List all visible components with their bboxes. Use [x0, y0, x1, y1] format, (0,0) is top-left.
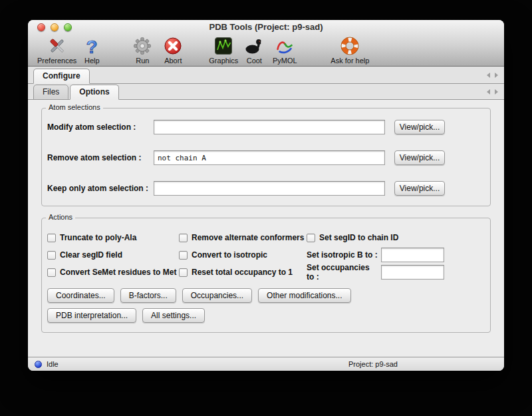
view-pick-remove-button[interactable]: View/pick...	[394, 150, 445, 165]
tab-label: Options	[79, 87, 109, 97]
field-label: Set occupancies to :	[307, 263, 378, 282]
toolbar-label: Help	[84, 57, 100, 65]
toolbar-button-pymol[interactable]: PyMOL	[269, 36, 300, 65]
toolbar: Preferences ? Help	[28, 35, 504, 67]
tab-scroll-left-icon[interactable]	[487, 73, 490, 78]
keep-only-atom-selection-row: Keep only atom selection : View/pick...	[47, 180, 485, 196]
all-settings-button[interactable]: All settings...	[142, 308, 205, 323]
remove-atom-selection-input[interactable]	[154, 150, 385, 165]
toolbar-button-preferences[interactable]: Preferences	[37, 36, 76, 65]
modify-atom-selection-input[interactable]	[154, 120, 385, 134]
tab-label: Configure	[43, 71, 80, 81]
tab-files[interactable]: Files	[33, 85, 68, 100]
checkbox-label: Reset total occupancy to 1	[192, 268, 293, 277]
status-indicator-icon	[35, 361, 42, 368]
group-title: Actions	[46, 213, 75, 221]
field-label: Remove atom selection :	[47, 153, 154, 162]
view-pick-keep-button[interactable]: View/pick...	[394, 181, 445, 196]
pdb-tools-window: PDB Tools (Project: p9-sad) Preferenc	[28, 20, 504, 371]
actions-grid: Truncate to poly-Ala Remove alternate co…	[47, 229, 485, 281]
checkbox-label: Remove alternate conformers	[192, 233, 304, 242]
keep-only-atom-selection-input[interactable]	[154, 181, 385, 196]
toolbar-button-run[interactable]: Run	[127, 36, 158, 65]
checkbox-row: Convert to isotropic	[179, 250, 307, 260]
coot-bird-icon	[244, 36, 264, 56]
checkbox-row: Convert SeMet residues to Met	[47, 268, 179, 277]
checkbox-convert-to-isotropic[interactable]	[179, 251, 188, 260]
checkbox-reset-total-occupancy-to-1[interactable]	[179, 268, 188, 277]
sub-tab-bar: Files Options	[28, 84, 504, 100]
window-title: PDB Tools (Project: p9-sad)	[28, 20, 504, 35]
pymol-icon	[275, 36, 295, 56]
tab-scroll-arrows	[487, 73, 498, 78]
tab-scroll-right-icon[interactable]	[495, 73, 498, 78]
graphics-icon	[213, 36, 233, 56]
checkbox-set-segid-to-chain-id[interactable]	[307, 234, 315, 242]
tab-options[interactable]: Options	[70, 85, 118, 100]
gear-icon	[132, 36, 152, 56]
titlebar[interactable]: PDB Tools (Project: p9-sad)	[28, 20, 504, 35]
group-title: Atom selections	[46, 103, 103, 111]
toolbar-label: PyMOL	[273, 57, 297, 65]
checkbox-label: Convert SeMet residues to Met	[60, 268, 176, 277]
main-tab-bar: Configure	[28, 67, 504, 84]
toolbar-label: Ask for help	[331, 57, 369, 65]
checkbox-remove-alternate-conformers[interactable]	[179, 234, 188, 242]
abort-icon	[163, 36, 183, 56]
set-occupancies-input[interactable]	[381, 265, 444, 280]
checkbox-row: Reset total occupancy to 1	[179, 268, 307, 277]
options-panel: Atom selections Modify atom selection : …	[28, 100, 504, 333]
occupancies-button[interactable]: Occupancies...	[182, 288, 252, 303]
checkbox-row: Set segID to chain ID	[307, 233, 485, 242]
remove-atom-selection-row: Remove atom selection : View/pick...	[47, 150, 485, 166]
svg-text:?: ?	[86, 37, 98, 56]
project-label: Project: p9-sad	[348, 360, 398, 368]
checkbox-row: Truncate to poly-Ala	[47, 233, 179, 242]
window-chrome: PDB Tools (Project: p9-sad) Preferenc	[28, 20, 504, 67]
set-isotropic-b-input[interactable]	[381, 248, 444, 262]
toolbar-label: Abort	[164, 57, 182, 65]
toolbar-button-help[interactable]: ? Help	[76, 36, 107, 65]
toolbar-button-coot[interactable]: Coot	[239, 36, 269, 65]
lifebuoy-icon	[340, 36, 360, 56]
atom-selections-group: Atom selections Modify atom selection : …	[41, 108, 491, 206]
other-modifications-button[interactable]: Other modifications...	[258, 288, 350, 303]
toolbar-label: Preferences	[37, 57, 76, 65]
minimize-button[interactable]	[51, 23, 59, 31]
checkbox-label: Convert to isotropic	[192, 250, 267, 260]
close-button[interactable]	[37, 23, 45, 31]
actions-buttons-row-1: Coordinates... B-factors... Occupancies.…	[47, 288, 485, 303]
question-icon: ?	[82, 36, 102, 56]
toolbar-label: Run	[136, 57, 149, 65]
toolbar-button-abort[interactable]: Abort	[158, 36, 188, 65]
tab-scroll-right-icon[interactable]	[495, 89, 498, 95]
toolbar-button-graphics[interactable]: Graphics	[208, 36, 239, 65]
b-factors-button[interactable]: B-factors...	[120, 288, 176, 303]
set-occupancies-row: Set occupancies to :	[307, 263, 485, 282]
traffic-lights	[37, 23, 72, 31]
actions-buttons-row-2: PDB interpretation... All settings...	[47, 308, 485, 323]
tab-scroll-arrows	[487, 89, 498, 95]
zoom-button[interactable]	[64, 23, 72, 31]
tab-scroll-left-icon[interactable]	[487, 89, 490, 95]
view-pick-modify-button[interactable]: View/pick...	[394, 120, 445, 134]
tab-label: Files	[43, 87, 59, 97]
pdb-interpretation-button[interactable]: PDB interpretation...	[47, 308, 136, 323]
actions-group: Actions Truncate to poly-Ala Remove alte…	[41, 218, 491, 333]
tools-icon	[47, 36, 67, 56]
modify-atom-selection-row: Modify atom selection : View/pick...	[47, 119, 485, 135]
set-isotropic-b-row: Set isotropic B to :	[307, 248, 485, 262]
checkbox-row: Clear segID field	[47, 250, 179, 260]
checkbox-truncate-to-poly-ala[interactable]	[47, 234, 56, 242]
checkbox-clear-segid-field[interactable]	[47, 251, 56, 260]
tab-configure[interactable]: Configure	[33, 69, 90, 84]
checkbox-label: Set segID to chain ID	[319, 233, 398, 242]
toolbar-button-ask-for-help[interactable]: Ask for help	[331, 36, 369, 65]
status-text: Idle	[47, 360, 59, 368]
coordinates-button[interactable]: Coordinates...	[47, 288, 114, 303]
checkbox-label: Truncate to poly-Ala	[60, 233, 136, 242]
checkbox-label: Clear segID field	[60, 250, 122, 260]
checkbox-row: Remove alternate conformers	[179, 233, 307, 242]
status-bar: Idle Project: p9-sad	[28, 357, 504, 371]
checkbox-convert-semet-residues-to-met[interactable]	[47, 268, 56, 277]
